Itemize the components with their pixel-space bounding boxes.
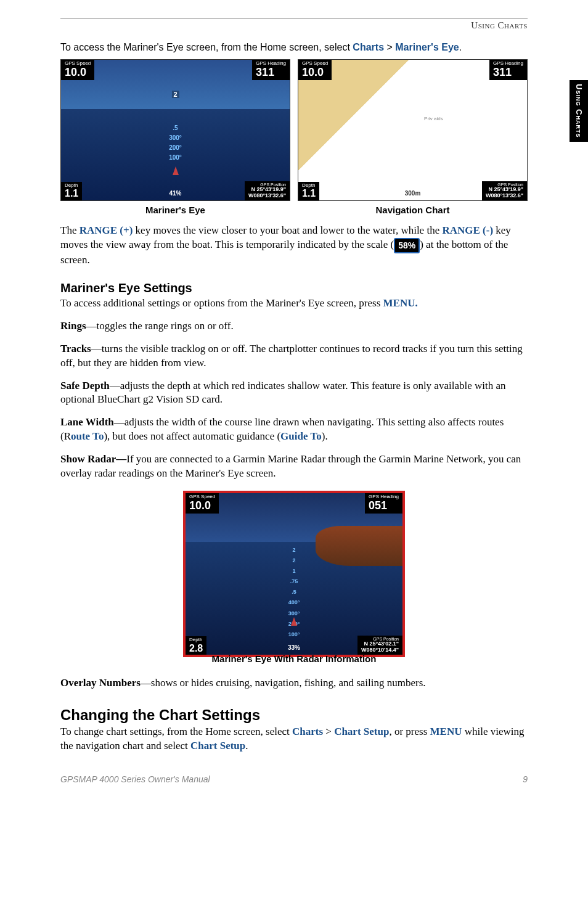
navigation-chart-caption: Navigation Chart: [375, 205, 449, 215]
intro-paragraph: To access the Mariner's Eye screen, from…: [60, 42, 528, 53]
intro-path-charts: Charts: [353, 42, 384, 52]
route-to-key: oute To: [71, 430, 104, 442]
land-radar-overlay: [316, 526, 402, 567]
setting-name: Lane Width: [60, 416, 114, 428]
priv-aids-label: Priv aids: [424, 116, 443, 121]
gps-speed-value: 10.0: [189, 499, 211, 512]
footer-title: GPSMAP 4000 Series Owner's Manual: [60, 774, 210, 784]
t: ).: [322, 430, 328, 442]
gps-heading-box: GPS Heading 311: [489, 60, 527, 80]
setting-desc: If you are connected to a Garmin Marine …: [60, 453, 521, 479]
chart-setup-key-2: Chart Setup: [190, 740, 245, 751]
header-section: Using Charts: [60, 20, 528, 31]
gps-position-lon: W080°10'14.4": [361, 647, 399, 653]
gps-position-lon: W080°13'32.6": [248, 192, 286, 199]
gps-speed-value: 10.0: [65, 66, 86, 78]
intro-path-mariners-eye: Mariner's Eye: [395, 42, 459, 52]
range-marks: .5 300° 200° 100°: [169, 123, 182, 163]
gps-heading-box: GPS Heading 311: [252, 60, 290, 80]
setting-desc: —toggles the range rings on or off.: [86, 320, 234, 332]
settings-intro: To access additional settings or options…: [60, 297, 528, 311]
t: , or press: [389, 726, 430, 737]
menu-key: MENU.: [383, 297, 418, 309]
t: The: [60, 224, 80, 236]
setting-desc: —adjusts the depth at which red indicate…: [60, 380, 506, 406]
gps-position-lat: N 25°43'19.9": [488, 186, 523, 192]
guide-to-key: Guide To: [280, 430, 322, 442]
mariners-eye-caption: Mariner's Eye: [145, 205, 205, 215]
range-plus-key: RANGE (+): [80, 224, 133, 236]
gps-speed-value: 10.0: [302, 66, 324, 78]
scale-indicator: 41%: [169, 190, 181, 197]
t: .: [245, 740, 248, 751]
figure-navigation-chart: GPS Speed 10.0 GPS Heading 311 Depth 1.1…: [298, 59, 528, 215]
radar-screenshot: GPS Speed 10.0 GPS Heading 051 Depth 2.8…: [183, 491, 405, 657]
settings-heading: Mariner's Eye Settings: [60, 281, 528, 295]
figure-mariners-eye: GPS Speed 10.0 GPS Heading 311 Depth 1.1…: [60, 59, 290, 215]
setting-rings: Rings—toggles the range rings on or off.: [60, 319, 528, 334]
setting-desc: —shows or hides cruising, navigation, fi…: [141, 677, 426, 689]
setting-name: Show Radar—: [60, 453, 126, 465]
depth-label: Depth: [189, 637, 203, 643]
setting-safe-depth: Safe Depth—adjusts the depth at which re…: [60, 379, 528, 407]
intro-suffix: .: [459, 42, 462, 52]
depth-label: Depth: [65, 183, 78, 189]
mariners-eye-screenshot: GPS Speed 10.0 GPS Heading 311 Depth 1.1…: [60, 59, 290, 201]
range-minus-key: RANGE (-): [442, 224, 493, 236]
depth-box: Depth 1.1: [298, 182, 319, 200]
figure-row: GPS Speed 10.0 GPS Heading 311 Depth 1.1…: [60, 59, 528, 215]
gps-position-box: GPS Position N 25°43'19.9" W080°13'32.6": [245, 181, 290, 200]
chart-setup-key: Chart Setup: [334, 726, 389, 737]
intro-text-prefix: To access the Mariner's Eye screen, from…: [60, 42, 353, 52]
setting-tracks: Tracks—turns the visible tracklog on or …: [60, 342, 528, 371]
gps-speed-box: GPS Speed 10.0: [186, 493, 219, 514]
radar-figure: GPS Speed 10.0 GPS Heading 051 Depth 2.8…: [60, 491, 528, 668]
changing-heading: Changing the Chart Settings: [60, 706, 528, 724]
gps-position-lat: N 25°43'02.1": [364, 641, 399, 647]
header-rule: [60, 18, 528, 19]
t: To access additional settings or options…: [60, 297, 383, 309]
gps-position-lat: N 25°43'19.9": [251, 186, 286, 192]
navigation-chart-screenshot: GPS Speed 10.0 GPS Heading 311 Depth 1.1…: [298, 59, 528, 201]
charts-key: Charts: [292, 726, 323, 737]
depth-box: Depth 2.8: [186, 636, 206, 655]
setting-lane-width: Lane Width—adjusts the width of the cour…: [60, 416, 528, 444]
gps-position-box: GPS Position N 25°43'19.9" W080°13'32.6": [482, 181, 527, 200]
radar-caption: Mariner's Eye With Radar Information: [212, 653, 377, 664]
gps-heading-value: 311: [493, 66, 512, 78]
setting-name: Rings: [60, 320, 86, 332]
t: ), but does not affect automatic guidanc…: [104, 430, 280, 442]
boat-icon: [291, 617, 297, 626]
setting-name: Overlay Numbers: [60, 677, 141, 689]
gps-speed-box: GPS Speed 10.0: [298, 60, 332, 80]
gps-heading-value: 051: [369, 499, 387, 512]
setting-name: Tracks: [60, 343, 91, 354]
boat-icon: [173, 166, 179, 175]
t: To change chart settings, from the Home …: [60, 726, 292, 737]
setting-overlay-numbers: Overlay Numbers—shows or hides cruising,…: [60, 676, 528, 690]
depth-value: 1.1: [65, 188, 78, 199]
depth-box: Depth 1.1: [61, 182, 82, 200]
gps-position-lon: W080°13'32.6": [486, 192, 523, 199]
menu-key: MENU: [430, 726, 462, 737]
t: key moves the view closer to your boat a…: [133, 224, 442, 236]
footer-page-number: 9: [523, 774, 528, 784]
scale-indicator: 33%: [288, 644, 300, 651]
compass-mark: 2: [171, 91, 179, 98]
scale-indicator: 300m: [405, 190, 421, 197]
range-key-paragraph: The RANGE (+) key moves the view closer …: [60, 224, 528, 268]
chart-area: [298, 60, 527, 200]
depth-value: 2.8: [189, 643, 203, 653]
changing-paragraph: To change chart settings, from the Home …: [60, 725, 528, 753]
depth-value: 1.1: [302, 188, 316, 199]
setting-name: Safe Depth: [60, 380, 110, 391]
gps-heading-value: 311: [256, 66, 274, 78]
intro-sep: >: [384, 42, 395, 52]
scale-badge: 58%: [394, 238, 420, 253]
gps-position-box: GPS Position N 25°43'02.1" W080°10'14.4": [357, 636, 402, 655]
gps-heading-box: GPS Heading 051: [365, 493, 402, 514]
footer: GPSMAP 4000 Series Owner's Manual 9: [60, 774, 528, 784]
depth-label: Depth: [302, 183, 316, 189]
sep: >: [323, 726, 334, 737]
setting-desc: —turns the visible tracklog on or off. T…: [60, 343, 523, 369]
